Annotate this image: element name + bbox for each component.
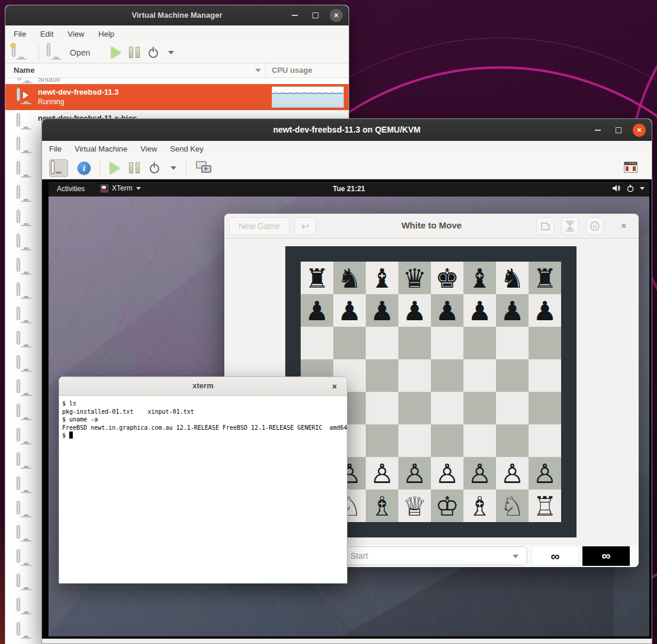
system-menu-caret[interactable] [640, 187, 645, 190]
board-square[interactable] [431, 424, 463, 457]
board-square[interactable]: ♞ [496, 262, 529, 294]
virtual-displays-icon[interactable] [196, 161, 212, 175]
maximize-button[interactable] [309, 9, 322, 22]
topbar-clock[interactable]: Tue 21:21 [49, 185, 649, 193]
shutdown-menu-caret[interactable] [170, 166, 176, 170]
vmm-titlebar[interactable]: Virtual Machine Manager × [5, 5, 349, 25]
vm-running-icon[interactable] [17, 503, 35, 518]
board-square[interactable] [366, 424, 398, 457]
vm-running-icon[interactable] [17, 551, 35, 566]
save-game-button[interactable] [536, 217, 554, 235]
board-square[interactable]: ♟ [333, 294, 366, 327]
open-vm-button[interactable]: Open [47, 45, 90, 60]
board-square[interactable] [463, 392, 496, 424]
menu-file[interactable]: File [49, 144, 62, 153]
board-square[interactable]: ♝ [366, 262, 398, 294]
vm-off-icon[interactable] [17, 381, 35, 397]
shutdown-vm-icon[interactable] [148, 47, 160, 59]
run-vm-icon[interactable] [111, 47, 121, 59]
vm-running-icon[interactable] [17, 163, 35, 178]
board-square[interactable]: ♞ [333, 262, 366, 294]
board-square[interactable]: ♘ [496, 490, 529, 522]
board-square[interactable] [366, 392, 398, 424]
board-square[interactable]: ♜ [529, 262, 561, 294]
xterm-close-button[interactable]: × [329, 381, 340, 392]
board-square[interactable] [366, 359, 398, 392]
chess-close-button[interactable]: × [616, 218, 632, 234]
vm-running-icon[interactable] [17, 187, 35, 202]
board-square[interactable] [366, 327, 398, 359]
vm-running-icon[interactable] [17, 333, 35, 348]
vm-off-icon[interactable] [17, 211, 35, 227]
menu-view[interactable]: View [140, 144, 157, 153]
board-square[interactable]: ♟ [366, 294, 398, 327]
column-cpu-usage[interactable]: CPU usage [272, 66, 313, 75]
pause-vm-icon[interactable] [129, 162, 140, 173]
board-square[interactable] [301, 327, 333, 359]
board-square[interactable] [463, 424, 496, 457]
pause-vm-icon[interactable] [129, 47, 140, 58]
vm-off-icon[interactable] [17, 624, 35, 639]
board-square[interactable]: ♟ [496, 294, 529, 327]
pause-timer-button[interactable] [561, 217, 579, 235]
board-square[interactable]: ♝ [463, 262, 496, 294]
vm-off-icon[interactable] [17, 600, 35, 615]
board-square[interactable]: ♛ [398, 262, 431, 294]
board-square[interactable] [463, 359, 496, 392]
run-vm-icon[interactable] [110, 162, 120, 174]
board-square[interactable] [529, 327, 561, 359]
board-square[interactable] [529, 359, 561, 392]
vm-running-icon[interactable] [17, 284, 35, 300]
board-square[interactable] [398, 327, 431, 359]
power-icon[interactable] [626, 184, 635, 192]
menu-send-key[interactable]: Send Key [170, 144, 203, 153]
board-square[interactable] [398, 392, 431, 424]
board-square[interactable] [398, 424, 431, 457]
board-square[interactable] [398, 359, 431, 392]
board-square[interactable] [529, 392, 561, 424]
terminal-output[interactable]: $ lspkg-installed-01.txt xinput-01.txt$ … [59, 396, 347, 440]
menu-view[interactable]: View [67, 30, 84, 38]
chess-headerbar[interactable]: New Game ↩ White to Move [224, 214, 639, 239]
new-vm-icon[interactable]: ★ [12, 45, 30, 60]
guest-screen[interactable]: Activities XTerm Tue 21:21 [49, 182, 649, 636]
maximize-button[interactable] [612, 124, 625, 137]
board-square[interactable]: ♟ [431, 294, 463, 327]
volume-icon[interactable] [612, 184, 621, 192]
resign-button[interactable] [586, 217, 604, 235]
board-square[interactable]: ♟ [529, 294, 561, 327]
vm-off-icon[interactable] [17, 308, 35, 324]
board-square[interactable]: ♙ [366, 457, 398, 490]
minimize-button[interactable] [288, 9, 301, 22]
board-square[interactable]: ♙ [496, 457, 529, 490]
board-square[interactable]: ♕ [398, 490, 431, 522]
xterm-titlebar[interactable]: xterm × [59, 377, 347, 396]
board-square[interactable]: ♖ [529, 490, 561, 522]
qemu-titlebar[interactable]: newt-dev-freebsd-11.3 on QEMU/KVM × [42, 119, 652, 141]
shutdown-vm-icon[interactable] [149, 162, 161, 174]
vm-off-icon[interactable] [17, 527, 35, 542]
board-square[interactable]: ♙ [463, 457, 496, 490]
board-square[interactable] [496, 424, 529, 457]
menu-virtual-machine[interactable]: Virtual Machine [75, 144, 127, 153]
board-square[interactable]: ♙ [398, 457, 431, 490]
menu-help[interactable]: Help [98, 30, 114, 38]
board-square[interactable]: ♙ [431, 457, 463, 490]
fullscreen-icon[interactable] [624, 162, 637, 173]
vm-row-partial[interactable]: Shutoff [5, 78, 349, 84]
board-square[interactable] [333, 327, 366, 359]
board-square[interactable]: ♔ [431, 490, 463, 522]
vm-off-icon[interactable] [17, 405, 35, 421]
board-square[interactable]: ♗ [463, 490, 496, 522]
board-square[interactable]: ♜ [301, 262, 333, 294]
board-square[interactable] [529, 424, 561, 457]
vm-display[interactable]: Activities XTerm Tue 21:21 [42, 179, 652, 639]
close-button[interactable]: × [633, 124, 646, 137]
vm-running-icon[interactable] [17, 139, 35, 154]
vm-off-icon[interactable] [17, 575, 35, 591]
vm-details-icon[interactable]: i [78, 162, 91, 175]
vm-off-icon[interactable] [17, 478, 35, 494]
board-square[interactable]: ♟ [398, 294, 431, 327]
board-square[interactable] [431, 392, 463, 424]
vm-row-selected[interactable]: newt-dev-freebsd-11.3 Running [5, 84, 349, 110]
